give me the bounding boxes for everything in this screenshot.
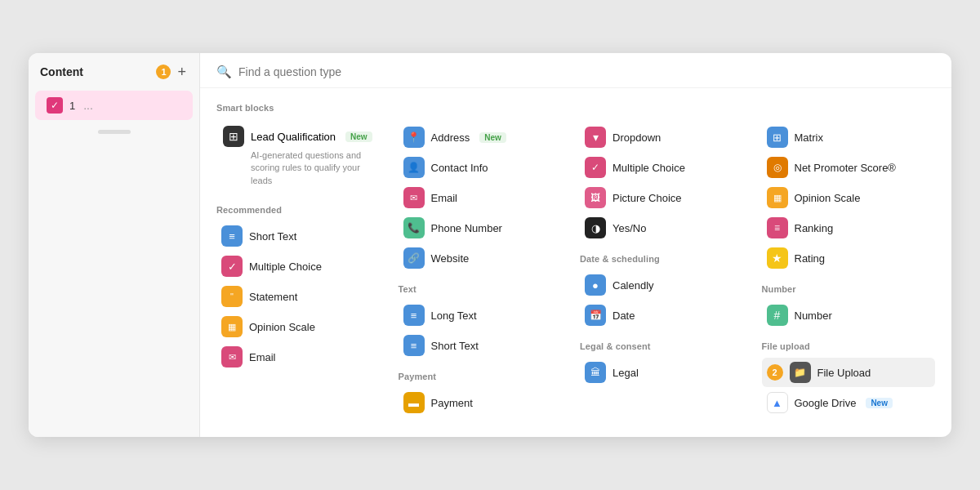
file-upload-icon: 📁 <box>790 362 811 383</box>
address-new-badge: New <box>479 132 506 143</box>
file-upload-label-text: File Upload <box>817 367 871 379</box>
rating-label: Rating <box>795 252 826 265</box>
statement-label: Statement <box>249 291 297 303</box>
search-bar: 🔍 <box>200 53 951 88</box>
website-label: Website <box>431 252 470 265</box>
short-text-icon: ≡ <box>221 225 243 247</box>
multiple-choice-icon: ✓ <box>221 256 243 277</box>
google-drive-icon: ▲ <box>767 392 788 413</box>
calendly-item[interactable]: ● Calendly <box>580 270 754 300</box>
date-item[interactable]: 📅 Date <box>580 301 754 330</box>
sidebar-item-1[interactable]: ✓ 1 ... <box>35 91 193 120</box>
nps-label: Net Promoter Score® <box>795 162 896 174</box>
address-item[interactable]: 📍 Address New <box>399 122 572 152</box>
file-upload-label: File upload <box>762 341 936 351</box>
google-drive-new-badge: New <box>866 398 893 408</box>
long-text-label: Long Text <box>431 310 477 322</box>
phone-number-item[interactable]: 📞 Phone Number <box>399 213 572 243</box>
calendly-icon: ● <box>585 274 606 296</box>
search-input[interactable] <box>238 65 935 78</box>
file-upload-item[interactable]: 2 📁 File Upload <box>762 358 936 387</box>
sidebar-header: Content 1 + <box>29 65 199 89</box>
contact-info-item[interactable]: 👤 Contact Info <box>399 153 572 182</box>
website-icon: 🔗 <box>403 247 425 269</box>
multiple-choice-2-label: Multiple Choice <box>612 162 685 174</box>
nps-icon: ◎ <box>767 157 788 178</box>
main-window: Content 1 + ✓ 1 ... 🔍 Smart blocks <box>29 53 951 437</box>
recommended-multiple-choice[interactable]: ✓ Multiple Choice <box>216 252 390 281</box>
col-more-number-file: ⊞ Matrix ◎ Net Promoter Score® ▦ Opinion… <box>762 100 936 425</box>
recommended-statement[interactable]: " Statement <box>216 282 390 311</box>
file-upload-badge: 2 <box>767 364 783 381</box>
long-text-icon: ≡ <box>403 305 425 326</box>
payment-label: Payment <box>431 397 473 409</box>
col-contact-text: 📍 Address New 👤 Contact Info ✉ Email 📞 P… <box>399 100 581 425</box>
phone-number-label: Phone Number <box>431 222 502 234</box>
lead-qual-name: Lead Qualification <box>251 131 336 143</box>
contact-info-icon: 👤 <box>403 157 425 178</box>
rating-icon: ★ <box>767 247 788 269</box>
recommended-short-text[interactable]: ≡ Short Text <box>216 221 390 251</box>
question-grid: Smart blocks ⊞ Lead Qualification New AI… <box>200 88 951 437</box>
sidebar-badge: 1 <box>156 65 171 79</box>
yes-no-item[interactable]: ◑ Yes/No <box>580 213 754 243</box>
address-icon: 📍 <box>403 127 425 148</box>
phone-number-icon: 📞 <box>403 217 425 238</box>
short-text-item[interactable]: ≡ Short Text <box>399 331 572 360</box>
picture-choice-icon: 🖼 <box>585 187 606 208</box>
payment-label: Payment <box>399 372 572 381</box>
rating-item[interactable]: ★ Rating <box>762 243 936 273</box>
dropdown-icon: ▾ <box>585 127 606 148</box>
opinion-scale-2-item[interactable]: ▦ Opinion Scale <box>762 183 936 212</box>
legal-item[interactable]: 🏛 Legal <box>580 358 754 387</box>
email-contact-item[interactable]: ✉ Email <box>399 183 572 212</box>
lead-qual-top: ⊞ Lead Qualification New <box>223 126 384 147</box>
date-scheduling-label: Date & scheduling <box>580 254 754 264</box>
multiple-choice-2-item[interactable]: ✓ Multiple Choice <box>580 153 754 182</box>
contact-info-label: Contact Info <box>431 162 488 174</box>
legal-icon: 🏛 <box>585 362 606 383</box>
check-icon: ✓ <box>47 97 63 114</box>
picture-choice-label: Picture Choice <box>612 192 682 204</box>
lead-qualification-item[interactable]: ⊞ Lead Qualification New AI-generated qu… <box>216 119 390 194</box>
short-text-2-icon: ≡ <box>403 335 425 356</box>
payment-item[interactable]: ▬ Payment <box>399 388 572 417</box>
sidebar-title: Content <box>40 65 83 78</box>
opinion-scale-label: Opinion Scale <box>249 321 315 333</box>
nps-item[interactable]: ◎ Net Promoter Score® <box>762 153 936 182</box>
email-contact-icon: ✉ <box>403 187 425 208</box>
date-icon: 📅 <box>585 305 606 326</box>
add-button[interactable]: + <box>176 65 188 79</box>
calendly-label: Calendly <box>612 279 654 292</box>
sidebar-item-num: 1 <box>69 100 75 112</box>
col-choice-date: ▾ Dropdown ✓ Multiple Choice 🖼 Picture C… <box>580 100 762 425</box>
lead-qual-desc: AI-generated questions and scoring rules… <box>251 149 384 187</box>
email-icon: ✉ <box>221 346 243 368</box>
yes-no-icon: ◑ <box>585 217 606 238</box>
dropdown-item[interactable]: ▾ Dropdown <box>580 122 754 152</box>
smart-blocks-label: Smart blocks <box>216 103 390 113</box>
multiple-choice-label: Multiple Choice <box>249 261 322 273</box>
opinion-scale-2-label: Opinion Scale <box>795 192 861 204</box>
sidebar-header-right: 1 + <box>156 65 188 79</box>
sidebar-scroll-handle <box>98 130 131 134</box>
picture-choice-item[interactable]: 🖼 Picture Choice <box>580 183 754 212</box>
recommended-email[interactable]: ✉ Email <box>216 342 390 372</box>
google-drive-item[interactable]: ▲ Google Drive New <box>762 388 936 417</box>
number-icon: # <box>767 305 788 326</box>
matrix-icon: ⊞ <box>767 127 788 148</box>
statement-icon: " <box>221 286 243 307</box>
recommended-opinion-scale[interactable]: ▦ Opinion Scale <box>216 312 390 341</box>
address-label: Address <box>431 131 470 144</box>
website-item[interactable]: 🔗 Website <box>399 243 572 273</box>
email-label: Email <box>249 351 276 363</box>
long-text-item[interactable]: ≡ Long Text <box>399 301 572 330</box>
opinion-scale-2-icon: ▦ <box>767 187 788 208</box>
matrix-item[interactable]: ⊞ Matrix <box>762 122 936 152</box>
number-item[interactable]: # Number <box>762 301 936 330</box>
opinion-scale-icon: ▦ <box>221 316 243 337</box>
recommended-label: Recommended <box>216 205 390 215</box>
lead-qual-icon: ⊞ <box>223 126 244 147</box>
ranking-item[interactable]: ≡ Ranking <box>762 213 936 243</box>
google-drive-label: Google Drive <box>795 397 857 409</box>
